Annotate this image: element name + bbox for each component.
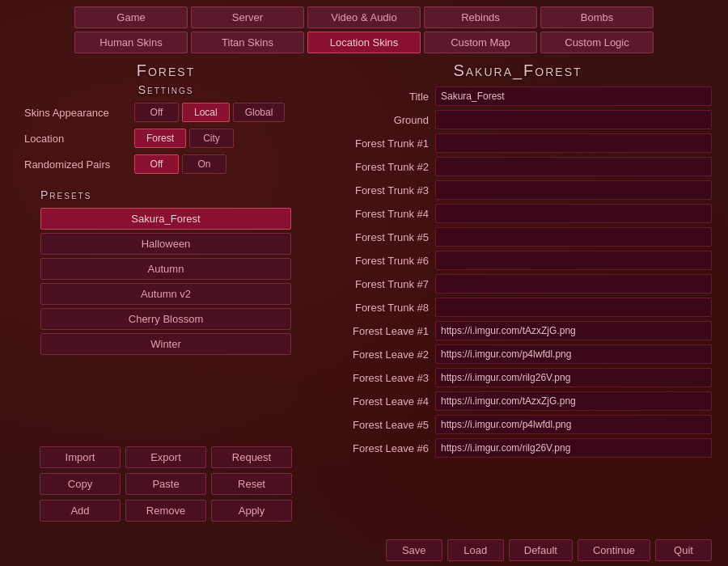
- toggle-btn-off[interactable]: Off: [134, 154, 179, 174]
- add-button[interactable]: Add: [40, 500, 121, 522]
- quit-button[interactable]: Quit: [655, 539, 712, 561]
- skin-field-row-13: Forest Leave #4: [324, 391, 712, 411]
- load-button[interactable]: Load: [447, 539, 504, 561]
- skin-field-label-14: Forest Leave #5: [324, 419, 429, 431]
- setting-row-2: Randomized PairsOffOn: [24, 154, 307, 174]
- preset-item-autumn[interactable]: Autumn: [40, 258, 291, 280]
- skin-field-row-12: Forest Leave #3: [324, 368, 712, 387]
- nav-btn-human-skins[interactable]: Human Skins: [74, 32, 188, 53]
- toggle-group-1: ForestCity: [134, 129, 234, 148]
- skin-field-row-5: Forest Trunk #4: [324, 204, 712, 223]
- preset-item-sakura_forest[interactable]: Sakura_Forest: [40, 208, 291, 230]
- nav-row-2: Human SkinsTitan SkinsLocation SkinsCust…: [49, 32, 679, 53]
- toggle-btn-forest[interactable]: Forest: [134, 129, 186, 148]
- skin-field-input-forest-trunk-6[interactable]: [435, 251, 712, 270]
- continue-button[interactable]: Continue: [578, 539, 650, 561]
- action-buttons-area: ImportExportRequestCopyPasteResetAddRemo…: [16, 438, 315, 526]
- setting-label-1: Location: [24, 133, 129, 145]
- nav-btn-bombs[interactable]: Bombs: [540, 6, 654, 28]
- skin-field-label-10: Forest Leave #1: [324, 325, 429, 337]
- skin-field-input-forest-leave-4[interactable]: [435, 391, 712, 411]
- remove-button[interactable]: Remove: [125, 500, 206, 522]
- nav-btn-video-&-audio[interactable]: Video & Audio: [307, 6, 421, 28]
- skin-field-input-forest-leave-6[interactable]: [435, 438, 712, 458]
- save-button[interactable]: Save: [386, 539, 442, 561]
- skin-fields: TitleGroundForest Trunk #1Forest Trunk #…: [324, 87, 712, 526]
- action-row-0: ImportExportRequest: [24, 446, 307, 468]
- copy-button[interactable]: Copy: [40, 473, 121, 495]
- skin-field-input-forest-leave-5[interactable]: [435, 415, 712, 434]
- setting-row-0: Skins AppearanceOffLocalGlobal: [24, 103, 307, 122]
- nav-btn-server[interactable]: Server: [191, 6, 304, 28]
- skin-field-input-forest-trunk-4[interactable]: [435, 204, 712, 223]
- left-panel-title: Forest: [137, 61, 195, 80]
- skin-field-input-forest-trunk-1[interactable]: [435, 133, 712, 153]
- skin-field-row-8: Forest Trunk #7: [324, 274, 712, 294]
- toggle-btn-off[interactable]: Off: [134, 103, 179, 122]
- skin-field-label-3: Forest Trunk #2: [324, 161, 429, 173]
- paste-button[interactable]: Paste: [125, 473, 206, 495]
- bottom-bar: SaveLoadDefaultContinueQuit: [0, 534, 728, 566]
- preset-item-cherry-blossom[interactable]: Cherry Blossom: [40, 308, 291, 330]
- nav-btn-rebinds[interactable]: Rebinds: [424, 6, 537, 28]
- left-panel: Forest Settings Skins AppearanceOffLocal…: [16, 61, 315, 526]
- nav-btn-titan-skins[interactable]: Titan Skins: [191, 32, 304, 53]
- toggle-btn-local[interactable]: Local: [182, 103, 230, 122]
- presets-title: Presets: [40, 188, 291, 201]
- skin-field-row-9: Forest Trunk #8: [324, 298, 712, 317]
- default-button[interactable]: Default: [509, 539, 573, 561]
- skin-field-label-11: Forest Leave #2: [324, 348, 429, 361]
- preset-item-winter[interactable]: Winter: [40, 333, 291, 355]
- skin-field-row-7: Forest Trunk #6: [324, 251, 712, 270]
- settings-section-title: Settings: [138, 83, 194, 96]
- preset-item-halloween[interactable]: Halloween: [40, 233, 291, 255]
- skin-field-input-forest-trunk-5[interactable]: [435, 227, 712, 247]
- skin-field-label-15: Forest Leave #6: [324, 442, 429, 454]
- skin-field-input-forest-trunk-8[interactable]: [435, 298, 712, 317]
- skin-field-row-15: Forest Leave #6: [324, 438, 712, 458]
- request-button[interactable]: Request: [211, 446, 292, 468]
- right-panel: Sakura_Forest TitleGroundForest Trunk #1…: [324, 61, 712, 526]
- skin-field-input-forest-trunk-7[interactable]: [435, 274, 712, 294]
- skin-field-input-forest-trunk-2[interactable]: [435, 157, 712, 176]
- skin-field-row-14: Forest Leave #5: [324, 415, 712, 434]
- skin-field-input-forest-leave-1[interactable]: [435, 321, 712, 340]
- apply-button[interactable]: Apply: [211, 500, 292, 522]
- toggle-group-2: OffOn: [134, 154, 226, 174]
- skin-field-input-ground[interactable]: [435, 110, 712, 129]
- toggle-btn-on[interactable]: On: [182, 154, 226, 174]
- skin-field-row-0: Title: [324, 87, 712, 106]
- skin-field-row-4: Forest Trunk #3: [324, 180, 712, 200]
- skin-field-input-forest-leave-2[interactable]: [435, 344, 712, 364]
- content-area: Forest Settings Skins AppearanceOffLocal…: [0, 53, 728, 534]
- skin-field-input-title[interactable]: [435, 87, 712, 106]
- skin-field-row-10: Forest Leave #1: [324, 321, 712, 340]
- skin-field-label-0: Title: [324, 91, 429, 103]
- setting-label-2: Randomized Pairs: [24, 158, 129, 171]
- skin-field-label-8: Forest Trunk #7: [324, 278, 429, 290]
- skin-field-label-4: Forest Trunk #3: [324, 184, 429, 196]
- nav-btn-game[interactable]: Game: [74, 6, 188, 28]
- skin-field-row-3: Forest Trunk #2: [324, 157, 712, 176]
- action-row-1: CopyPasteReset: [24, 473, 307, 495]
- toggle-group-0: OffLocalGlobal: [134, 103, 285, 122]
- skin-field-label-13: Forest Leave #4: [324, 395, 429, 408]
- skin-field-row-1: Ground: [324, 110, 712, 129]
- export-button[interactable]: Export: [125, 446, 206, 468]
- toggle-btn-global[interactable]: Global: [233, 103, 286, 122]
- setting-label-0: Skins Appearance: [24, 107, 129, 119]
- nav-btn-location-skins[interactable]: Location Skins: [307, 32, 421, 53]
- nav-bar: GameServerVideo & AudioRebindsBombs Huma…: [0, 0, 728, 53]
- nav-btn-custom-logic[interactable]: Custom Logic: [540, 32, 654, 53]
- nav-btn-custom-map[interactable]: Custom Map: [424, 32, 537, 53]
- skin-field-label-6: Forest Trunk #5: [324, 231, 429, 243]
- reset-button[interactable]: Reset: [211, 473, 292, 495]
- skin-field-row-2: Forest Trunk #1: [324, 133, 712, 153]
- skin-field-label-1: Ground: [324, 114, 429, 126]
- skin-field-label-12: Forest Leave #3: [324, 372, 429, 384]
- import-button[interactable]: Import: [40, 446, 121, 468]
- toggle-btn-city[interactable]: City: [189, 129, 234, 148]
- skin-field-input-forest-leave-3[interactable]: [435, 368, 712, 387]
- preset-item-autumn-v2[interactable]: Autumn v2: [40, 283, 291, 305]
- skin-field-input-forest-trunk-3[interactable]: [435, 180, 712, 200]
